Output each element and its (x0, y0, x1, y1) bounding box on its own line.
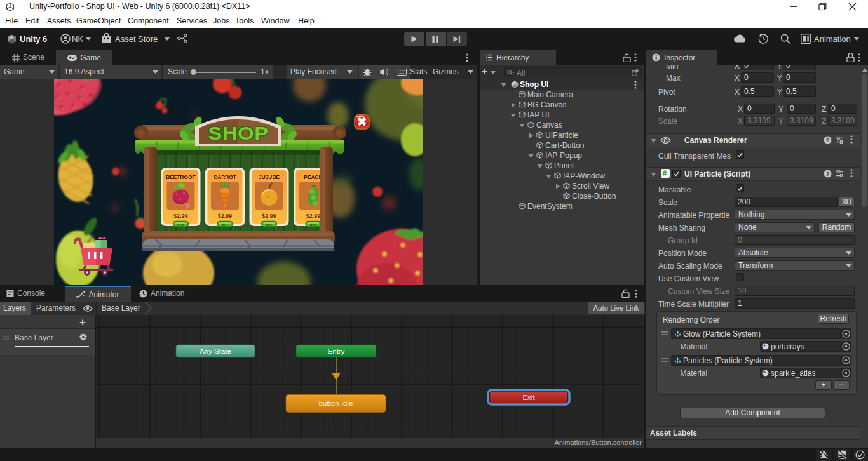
svg-text:JUJUBE: JUJUBE (259, 174, 280, 180)
svg-text:BUY: BUY (266, 223, 273, 227)
svg-text:SHOP: SHOP (208, 122, 268, 144)
svg-text:?: ? (826, 137, 830, 144)
svg-text:button-idle: button-idle (319, 399, 353, 407)
svg-text:Entry: Entry (328, 347, 345, 355)
svg-text:BUY: BUY (222, 223, 229, 227)
svg-text:BUY: BUY (177, 223, 184, 227)
svg-text:BEETROOT: BEETROOT (166, 174, 196, 180)
svg-text:CARROT: CARROT (214, 174, 237, 180)
svg-text:?: ? (826, 171, 830, 177)
svg-text:$2.99: $2.99 (306, 213, 321, 219)
svg-text:$2.99: $2.99 (173, 213, 188, 219)
svg-text:$2.99: $2.99 (262, 213, 276, 219)
svg-text:Exit: Exit (522, 394, 535, 401)
svg-text:BUY: BUY (310, 223, 317, 227)
svg-text:$2.99: $2.99 (218, 213, 233, 219)
svg-text:Any State: Any State (200, 347, 231, 355)
